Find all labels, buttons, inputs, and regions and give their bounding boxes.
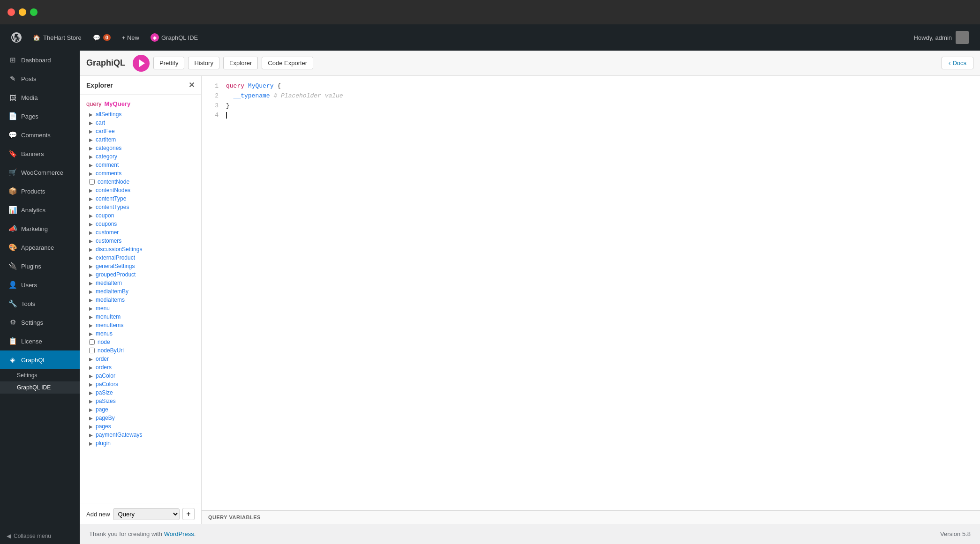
list-item[interactable]: ▶cartItem: [80, 135, 201, 144]
sidebar-item-license[interactable]: 📋 License: [0, 332, 80, 350]
list-item[interactable]: ▶menu: [80, 304, 201, 313]
list-item[interactable]: ▶contentTypes: [80, 203, 201, 211]
list-item[interactable]: ▶paSize: [80, 388, 201, 397]
sidebar-item-plugins[interactable]: 🔌 Plugins: [0, 257, 80, 276]
list-item[interactable]: ▶page: [80, 405, 201, 414]
list-item[interactable]: ▶pages: [80, 422, 201, 431]
list-item[interactable]: ▶discussionSettings: [80, 245, 201, 253]
arrow-icon: ▶: [89, 407, 94, 412]
list-item[interactable]: ▶order: [80, 355, 201, 363]
list-item[interactable]: ▶customers: [80, 237, 201, 245]
minimize-window-button[interactable]: [19, 8, 26, 16]
sidebar-item-dashboard[interactable]: ⊞ Dashboard: [0, 51, 80, 69]
list-item[interactable]: ▶contentType: [80, 194, 201, 203]
sidebar-item-graphql[interactable]: ◈ GraphQL: [0, 350, 80, 369]
user-menu[interactable]: Howdy, admin: [908, 31, 974, 44]
prettify-button[interactable]: Prettify: [153, 57, 184, 69]
code-editor[interactable]: 1 query MyQuery { 2 __typename # Placeho…: [202, 76, 980, 510]
sidebar-item-tools[interactable]: 🔧 Tools: [0, 294, 80, 313]
list-item[interactable]: ▶comment: [80, 161, 201, 169]
list-item[interactable]: contentNode: [80, 178, 201, 186]
sidebar-item-media[interactable]: 🖼 Media: [0, 88, 80, 107]
graphiql-container: GraphiQL Prettify History Explorer Code …: [80, 51, 980, 524]
wordpress-link[interactable]: WordPress: [164, 530, 194, 537]
list-item[interactable]: ▶categories: [80, 144, 201, 152]
sidebar-item-license-label: License: [21, 338, 42, 345]
site-name-button[interactable]: 🏠 TheHart Store: [27, 24, 87, 51]
sidebar-item-analytics[interactable]: 📊 Analytics: [0, 201, 80, 219]
list-item[interactable]: ▶paColors: [80, 380, 201, 388]
graphql-ide-button[interactable]: ◈ GraphQL IDE: [145, 24, 204, 51]
sidebar-item-banners[interactable]: 🔖 Banners: [0, 144, 80, 163]
list-item[interactable]: ▶orders: [80, 363, 201, 372]
sidebar-item-settings[interactable]: ⚙ Settings: [0, 313, 80, 332]
sidebar-subitem-graphql-ide[interactable]: GraphQL IDE: [0, 381, 80, 394]
list-item[interactable]: ▶paSizes: [80, 397, 201, 405]
explorer-content: query MyQuery ▶allSettings ▶cart ▶cartFe…: [80, 95, 201, 504]
home-icon: 🏠: [33, 34, 40, 41]
run-query-button[interactable]: [133, 55, 150, 72]
new-content-button[interactable]: + New: [116, 24, 145, 51]
sidebar-item-users[interactable]: 👤 Users: [0, 276, 80, 294]
query-variables-bar[interactable]: QUERY VARIABLES: [202, 510, 980, 524]
sidebar-subitem-graphql-ide-label: GraphQL IDE: [17, 384, 51, 391]
history-button[interactable]: History: [188, 57, 219, 69]
list-item[interactable]: ▶category: [80, 152, 201, 161]
list-item[interactable]: nodeByUri: [80, 346, 201, 355]
code-exporter-button[interactable]: Code Exporter: [262, 57, 313, 69]
list-item[interactable]: ▶pageBy: [80, 414, 201, 422]
list-item[interactable]: ▶mediaItems: [80, 296, 201, 304]
collapse-menu-button[interactable]: ◀ Collapse menu: [0, 528, 80, 544]
list-item[interactable]: ▶cartFee: [80, 127, 201, 135]
list-item[interactable]: ▶paColor: [80, 372, 201, 380]
sidebar-item-products[interactable]: 📦 Products: [0, 182, 80, 201]
list-item[interactable]: ▶menuItem: [80, 313, 201, 321]
list-item[interactable]: ▶menuItems: [80, 321, 201, 329]
list-item[interactable]: ▶coupon: [80, 211, 201, 220]
item-checkbox[interactable]: [89, 339, 95, 345]
close-window-button[interactable]: [8, 8, 15, 16]
howdy-label: Howdy, admin: [914, 34, 952, 41]
item-checkbox[interactable]: [89, 179, 95, 185]
list-item[interactable]: ▶mediaItemBy: [80, 287, 201, 296]
list-item[interactable]: ▶plugin: [80, 439, 201, 447]
explorer-close-button[interactable]: ✕: [188, 81, 195, 89]
docs-button[interactable]: ‹ Docs: [942, 57, 973, 69]
comments-button[interactable]: 💬 0: [87, 24, 116, 51]
sidebar-item-marketing[interactable]: 📣 Marketing: [0, 219, 80, 238]
sidebar-subitem-settings[interactable]: Settings: [0, 369, 80, 381]
list-item[interactable]: ▶coupons: [80, 220, 201, 228]
list-item[interactable]: ▶paymentGateways: [80, 431, 201, 439]
sidebar-item-appearance[interactable]: 🎨 Appearance: [0, 238, 80, 257]
sidebar-item-users-label: Users: [21, 282, 37, 289]
content-area: GraphiQL Prettify History Explorer Code …: [80, 51, 980, 544]
list-item[interactable]: ▶mediaItem: [80, 279, 201, 287]
sidebar-item-pages[interactable]: 📄 Pages: [0, 107, 80, 126]
cursor: [226, 112, 227, 119]
sidebar-item-dashboard-label: Dashboard: [21, 57, 51, 64]
maximize-window-button[interactable]: [30, 8, 38, 16]
sidebar-item-posts[interactable]: ✎ Posts: [0, 69, 80, 88]
list-item[interactable]: ▶allSettings: [80, 110, 201, 119]
list-item[interactable]: ▶customer: [80, 228, 201, 237]
list-item[interactable]: ▶contentNodes: [80, 186, 201, 194]
arrow-icon: ▶: [89, 264, 94, 269]
add-new-button[interactable]: +: [182, 508, 195, 520]
list-item[interactable]: ▶generalSettings: [80, 262, 201, 270]
arrow-icon: ▶: [89, 196, 94, 201]
add-new-type-select[interactable]: Query Mutation Subscription: [113, 508, 180, 520]
list-item[interactable]: ▶comments: [80, 169, 201, 178]
list-item[interactable]: ▶groupedProduct: [80, 270, 201, 279]
list-item[interactable]: ▶cart: [80, 119, 201, 127]
list-item[interactable]: ▶externalProduct: [80, 253, 201, 262]
explorer-button[interactable]: Explorer: [223, 57, 258, 69]
sidebar-item-woocommerce[interactable]: 🛒 WooCommerce: [0, 163, 80, 182]
list-item[interactable]: ▶menus: [80, 329, 201, 338]
sidebar-item-comments[interactable]: 💬 Comments: [0, 126, 80, 144]
list-item[interactable]: node: [80, 338, 201, 346]
arrow-icon: ▶: [89, 146, 94, 151]
arrow-icon: ▶: [89, 331, 94, 336]
marketing-icon: 📣: [8, 224, 17, 233]
wp-logo-button[interactable]: [6, 24, 27, 51]
item-checkbox[interactable]: [89, 348, 95, 353]
